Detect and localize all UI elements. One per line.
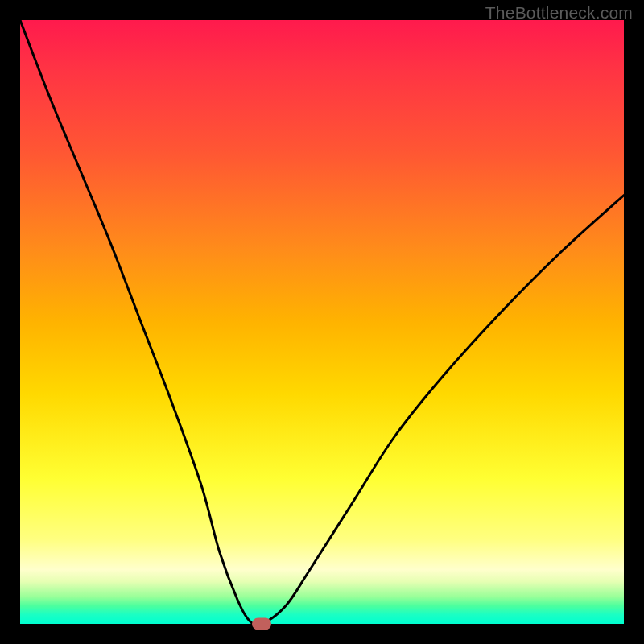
watermark-text: TheBottleneck.com <box>485 3 633 23</box>
chart-frame: TheBottleneck.com <box>0 0 644 644</box>
plot-area <box>20 20 624 624</box>
curve-svg <box>20 20 624 624</box>
optimal-marker <box>252 618 271 630</box>
bottleneck-curve <box>20 20 624 624</box>
